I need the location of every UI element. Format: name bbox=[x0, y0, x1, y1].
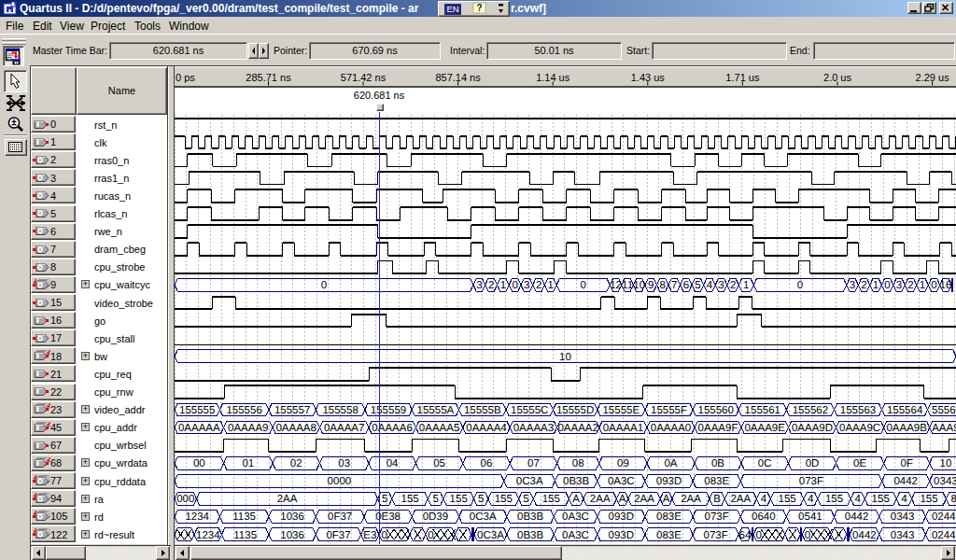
svg-text:0: 0 bbox=[428, 530, 433, 541]
svg-text:2: 2 bbox=[730, 280, 736, 291]
svg-text:155: 155 bbox=[872, 494, 890, 505]
svg-text:15555C: 15555C bbox=[511, 405, 548, 416]
svg-text:6: 6 bbox=[683, 280, 689, 291]
svg-text:0AAAA1: 0AAAA1 bbox=[603, 423, 643, 434]
svg-text:16: 16 bbox=[940, 280, 952, 291]
svg-text:0640: 0640 bbox=[752, 511, 776, 523]
svg-text:0442: 0442 bbox=[852, 530, 877, 541]
svg-text:5: 5 bbox=[382, 494, 387, 505]
svg-text:5: 5 bbox=[432, 494, 438, 505]
svg-text:155: 155 bbox=[542, 494, 560, 505]
svg-text:0343: 0343 bbox=[934, 476, 956, 487]
svg-text:2AA: 2AA bbox=[277, 494, 298, 505]
svg-text:15555B: 15555B bbox=[464, 405, 501, 416]
svg-text:9: 9 bbox=[648, 280, 654, 291]
svg-text:0AAA9E: 0AAA9E bbox=[744, 423, 785, 434]
svg-text:0: 0 bbox=[884, 280, 890, 291]
svg-text:0AAAA6: 0AAAA6 bbox=[372, 423, 412, 434]
svg-text:4: 4 bbox=[761, 494, 767, 505]
svg-text:A: A bbox=[572, 494, 580, 505]
svg-text:0C3A: 0C3A bbox=[516, 476, 543, 487]
svg-text:1135: 1135 bbox=[233, 530, 257, 541]
svg-text:10: 10 bbox=[940, 458, 952, 469]
svg-text:05: 05 bbox=[433, 458, 445, 469]
svg-text:0AAA9C: 0AAA9C bbox=[839, 423, 880, 434]
svg-text:3: 3 bbox=[476, 280, 482, 291]
svg-text:1: 1 bbox=[873, 280, 879, 291]
svg-text:2: 2 bbox=[861, 280, 866, 291]
svg-text:1036: 1036 bbox=[280, 530, 304, 541]
svg-text:0: 0 bbox=[756, 530, 762, 541]
svg-text:083E: 083E bbox=[656, 511, 682, 523]
svg-text:0442: 0442 bbox=[893, 476, 918, 487]
svg-text:E3: E3 bbox=[363, 530, 376, 541]
svg-text:2AA: 2AA bbox=[730, 494, 751, 505]
svg-text:7: 7 bbox=[671, 280, 677, 291]
svg-text:0A3C: 0A3C bbox=[562, 530, 589, 541]
svg-text:08: 08 bbox=[572, 458, 584, 469]
svg-text:0AAAA5: 0AAAA5 bbox=[419, 423, 459, 434]
svg-text:0AAA9F: 0AAA9F bbox=[698, 423, 738, 434]
svg-text:155: 155 bbox=[495, 494, 513, 505]
svg-text:0: 0 bbox=[382, 530, 387, 541]
svg-text:0AAAA8: 0AAAA8 bbox=[275, 423, 316, 434]
svg-text:0541: 0541 bbox=[798, 511, 822, 523]
svg-text:A: A bbox=[663, 494, 670, 505]
svg-text:2: 2 bbox=[536, 280, 541, 291]
svg-text:4: 4 bbox=[901, 494, 907, 505]
svg-text:00: 00 bbox=[193, 458, 205, 469]
svg-text:2: 2 bbox=[907, 280, 913, 291]
svg-text:083E: 083E bbox=[704, 476, 729, 487]
svg-text:5: 5 bbox=[695, 280, 700, 291]
svg-text:15555D: 15555D bbox=[556, 405, 594, 416]
svg-text:155564: 155564 bbox=[887, 405, 923, 416]
svg-text:2: 2 bbox=[488, 280, 494, 291]
svg-text:4: 4 bbox=[808, 494, 814, 505]
svg-text:0C3A: 0C3A bbox=[470, 511, 497, 523]
svg-text:155563: 155563 bbox=[840, 405, 876, 416]
svg-text:1234: 1234 bbox=[196, 530, 220, 541]
svg-text:07: 07 bbox=[527, 458, 540, 469]
svg-text:0D: 0D bbox=[806, 458, 820, 469]
svg-text:155559: 155559 bbox=[371, 405, 406, 416]
svg-text:0A3C: 0A3C bbox=[608, 476, 635, 487]
svg-text:0B3B: 0B3B bbox=[517, 530, 543, 541]
svg-text:02: 02 bbox=[290, 458, 302, 469]
svg-text:0AAAA3: 0AAAA3 bbox=[513, 423, 554, 434]
svg-text:8: 8 bbox=[660, 280, 666, 291]
svg-text:0AAAA0: 0AAAA0 bbox=[651, 423, 691, 434]
svg-text:073F: 073F bbox=[705, 511, 729, 523]
svg-text:0442: 0442 bbox=[845, 511, 869, 523]
svg-text:10: 10 bbox=[633, 280, 645, 291]
svg-text:155: 155 bbox=[450, 494, 468, 505]
svg-text:0F37: 0F37 bbox=[328, 511, 352, 523]
svg-text:1036: 1036 bbox=[280, 511, 304, 523]
svg-text:1: 1 bbox=[548, 280, 554, 291]
svg-text:0C: 0C bbox=[758, 458, 772, 469]
svg-text:0B: 0B bbox=[711, 458, 724, 469]
svg-text:0AAAA7: 0AAAA7 bbox=[324, 423, 364, 434]
svg-text:155557: 155557 bbox=[274, 405, 310, 416]
svg-text:5: 5 bbox=[478, 494, 484, 505]
svg-text:0: 0 bbox=[797, 280, 803, 291]
svg-text:0AAA9D: 0AAA9D bbox=[792, 423, 833, 434]
svg-text:5: 5 bbox=[523, 494, 528, 505]
svg-text:073F: 073F bbox=[704, 530, 728, 541]
svg-text:0AAAAA: 0AAAAA bbox=[178, 423, 220, 434]
svg-text:0AAAA9: 0AAAA9 bbox=[228, 423, 268, 434]
svg-text:B: B bbox=[713, 494, 721, 505]
svg-text:0343: 0343 bbox=[891, 511, 915, 523]
svg-text:0AAAA4: 0AAAA4 bbox=[466, 423, 507, 434]
svg-text:155560: 155560 bbox=[698, 405, 734, 416]
svg-text:155555: 155555 bbox=[179, 405, 215, 416]
svg-text:3: 3 bbox=[718, 280, 724, 291]
svg-text:155556: 155556 bbox=[226, 405, 261, 416]
svg-text:1135: 1135 bbox=[232, 511, 256, 523]
svg-text:4: 4 bbox=[707, 280, 713, 291]
svg-text:2AA: 2AA bbox=[634, 494, 654, 505]
svg-text:09: 09 bbox=[617, 458, 629, 469]
svg-text:155558: 155558 bbox=[322, 405, 358, 416]
svg-text:12: 12 bbox=[610, 280, 622, 291]
svg-text:0A3C: 0A3C bbox=[562, 511, 589, 523]
svg-text:0244: 0244 bbox=[932, 511, 956, 523]
